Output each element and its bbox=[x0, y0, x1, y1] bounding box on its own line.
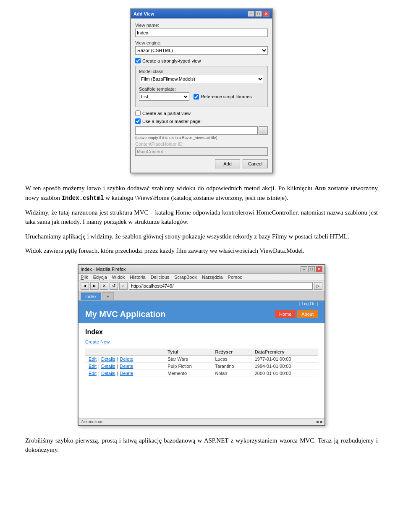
mvc-logon-bar: [ Log On ] bbox=[79, 301, 324, 306]
browser-tabs: Index + bbox=[79, 291, 324, 301]
close-button[interactable]: ✕ bbox=[263, 11, 270, 17]
layout-checkbox[interactable] bbox=[135, 118, 141, 124]
partial-view-label: Create as a partial view bbox=[142, 111, 191, 116]
reference-scripts-label: Reference script libraries bbox=[201, 94, 252, 99]
table-cell-tytul: Memento bbox=[164, 370, 212, 377]
dialog-titlebar: Add View − □ ✕ bbox=[131, 9, 272, 18]
menu-widok[interactable]: Widok bbox=[112, 275, 125, 280]
menu-scrapbook[interactable]: ScrapBook bbox=[174, 275, 197, 280]
strongly-typed-checkbox[interactable] bbox=[135, 58, 141, 63]
layout-input-row: ... bbox=[135, 126, 268, 135]
details-link[interactable]: Details bbox=[101, 371, 115, 376]
browser-titlebar: Index - Mozilla Firefox − □ ✕ bbox=[79, 265, 324, 274]
edit-link[interactable]: Edit bbox=[89, 364, 97, 369]
layout-input-group: ... (Leave empty if it is set in a Razor… bbox=[135, 126, 268, 156]
browser-content: [ Log On ] My MVC Application Home About… bbox=[79, 301, 324, 418]
back-button[interactable]: ◄ bbox=[81, 282, 89, 290]
browser-minimize-button[interactable]: − bbox=[301, 266, 307, 272]
view-name-field: View name: bbox=[135, 23, 268, 37]
menu-narzedzia[interactable]: Narzędzia bbox=[202, 275, 223, 280]
delete-link[interactable]: Delete bbox=[120, 364, 133, 369]
reference-scripts-checkbox[interactable] bbox=[194, 94, 199, 100]
p1-text: W ten sposób możemy łatwo i szybko dodaw… bbox=[25, 185, 314, 191]
view-engine-label: View engine: bbox=[135, 40, 268, 45]
table-cell-actions: Edit | Details | Delete bbox=[85, 370, 164, 377]
content-placeholder-input bbox=[135, 147, 268, 156]
view-engine-select-row: Razor (CSHTML) bbox=[135, 46, 268, 55]
mvc-about-button[interactable]: About bbox=[297, 310, 318, 318]
dialog-title: Add View bbox=[133, 11, 154, 16]
scaffold-field: Scaffold template: List Reference script… bbox=[139, 86, 264, 101]
add-view-dialog: Add View − □ ✕ View name: View engine: R… bbox=[130, 8, 273, 173]
browser-title: Index - Mozilla Firefox bbox=[81, 267, 126, 272]
table-cell-rezyser: Lucas bbox=[212, 355, 251, 362]
layout-browse-button[interactable]: ... bbox=[259, 126, 268, 135]
mvc-header-main-bar: My MVC Application Home About bbox=[79, 306, 324, 323]
scaffold-select[interactable]: List bbox=[139, 92, 189, 101]
content-placeholder-group: ContentPlaceHolder ID: bbox=[135, 142, 268, 156]
browser-window: Index - Mozilla Firefox − □ ✕ Plik Edycj… bbox=[78, 264, 325, 426]
menu-pomoc[interactable]: Pomoc bbox=[228, 275, 242, 280]
active-tab[interactable]: Index bbox=[81, 292, 101, 300]
add-button[interactable]: Add bbox=[215, 159, 240, 168]
details-link[interactable]: Details bbox=[101, 364, 115, 369]
mvc-table: Tytuł Reżyser DataPremiery Edit | Detail… bbox=[85, 349, 318, 377]
address-bar[interactable] bbox=[129, 282, 313, 290]
details-link[interactable]: Details bbox=[101, 356, 115, 362]
mvc-home-button[interactable]: Home bbox=[275, 310, 296, 318]
table-cell-tytul: Star Wars bbox=[164, 355, 212, 362]
refresh-button[interactable]: ↺ bbox=[110, 282, 118, 290]
view-engine-select[interactable]: Razor (CSHTML) bbox=[135, 46, 268, 55]
cancel-button[interactable]: Cancel bbox=[243, 159, 268, 168]
layout-hint: (Leave empty if it is set in a Razor _vi… bbox=[135, 136, 268, 140]
layout-label: Use a layout or master page: bbox=[142, 119, 202, 124]
browser-title-buttons: − □ ✕ bbox=[301, 266, 322, 272]
delete-link[interactable]: Delete bbox=[120, 356, 133, 362]
go-button[interactable]: ▷ bbox=[314, 282, 322, 290]
table-cell-actions: Edit | Details | Delete bbox=[85, 362, 164, 370]
status-text: Zakończono bbox=[81, 419, 103, 424]
mvc-main-content: Index Create New Tytuł Reżyser DataPremi… bbox=[79, 323, 324, 382]
mvc-header-top: [ Log On ] My MVC Application Home About bbox=[79, 301, 324, 323]
table-cell-data: 1994-01-01 00:00 bbox=[251, 362, 318, 370]
mvc-logon-text[interactable]: [ Log On ] bbox=[299, 301, 318, 306]
browser-statusbar: Zakończono ■ ■ bbox=[79, 418, 324, 425]
table-row: Edit | Details | DeletePulp FictionTaran… bbox=[85, 362, 318, 370]
layout-path-input[interactable] bbox=[135, 126, 258, 135]
p1-add: Add bbox=[314, 185, 326, 191]
browser-maximize-button[interactable]: □ bbox=[308, 266, 315, 272]
forward-button[interactable]: ► bbox=[90, 282, 99, 290]
edit-link[interactable]: Edit bbox=[89, 356, 97, 362]
strongly-typed-label: Create a strongly-typed view bbox=[142, 58, 201, 63]
paragraph-4: Widok zawiera pętlę foreach, która przec… bbox=[25, 246, 378, 256]
p1-index: Index.cshtml bbox=[62, 195, 104, 202]
partial-view-checkbox[interactable] bbox=[135, 110, 141, 116]
home-button[interactable]: ⌂ bbox=[119, 282, 128, 290]
paragraph-2: Widzimy, że tutaj narzucona jest struktu… bbox=[25, 208, 378, 227]
menu-delicious[interactable]: Delicious bbox=[151, 275, 170, 280]
table-cell-rezyser: Nolan bbox=[212, 370, 251, 377]
stop-button[interactable]: ✕ bbox=[100, 282, 108, 290]
table-cell-tytul: Pulp Fiction bbox=[164, 362, 212, 370]
table-cell-actions: Edit | Details | Delete bbox=[85, 355, 164, 362]
menu-historia[interactable]: Historia bbox=[130, 275, 145, 280]
strongly-typed-row: Create a strongly-typed view bbox=[135, 58, 268, 63]
minimize-button[interactable]: − bbox=[248, 11, 254, 17]
menu-plik[interactable]: Plik bbox=[81, 275, 88, 280]
mvc-page-title: Index bbox=[85, 328, 318, 336]
create-new-link[interactable]: Create New bbox=[85, 339, 110, 344]
content-placeholder-label: ContentPlaceHolder ID: bbox=[135, 142, 268, 147]
table-row: Edit | Details | DeleteMementoNolan2000-… bbox=[85, 370, 318, 377]
delete-link[interactable]: Delete bbox=[120, 371, 133, 376]
paragraph-5: Zrobiliśmy szybko pierwszą, prostą i łat… bbox=[25, 436, 378, 455]
view-name-input[interactable] bbox=[135, 29, 268, 37]
maximize-button[interactable]: □ bbox=[255, 11, 262, 17]
browser-container: Index - Mozilla Firefox − □ ✕ Plik Edycj… bbox=[25, 264, 378, 426]
model-class-select[interactable]: Film (BazaFilmow.Models) bbox=[139, 75, 264, 83]
edit-link[interactable]: Edit bbox=[89, 371, 97, 376]
partial-view-row: Create as a partial view bbox=[135, 110, 268, 116]
table-cell-data: 2000-01-01 00:00 bbox=[251, 370, 318, 377]
browser-close-button[interactable]: ✕ bbox=[316, 266, 322, 272]
new-tab-button[interactable]: + bbox=[102, 292, 114, 300]
menu-edycja[interactable]: Edycja bbox=[93, 275, 107, 280]
